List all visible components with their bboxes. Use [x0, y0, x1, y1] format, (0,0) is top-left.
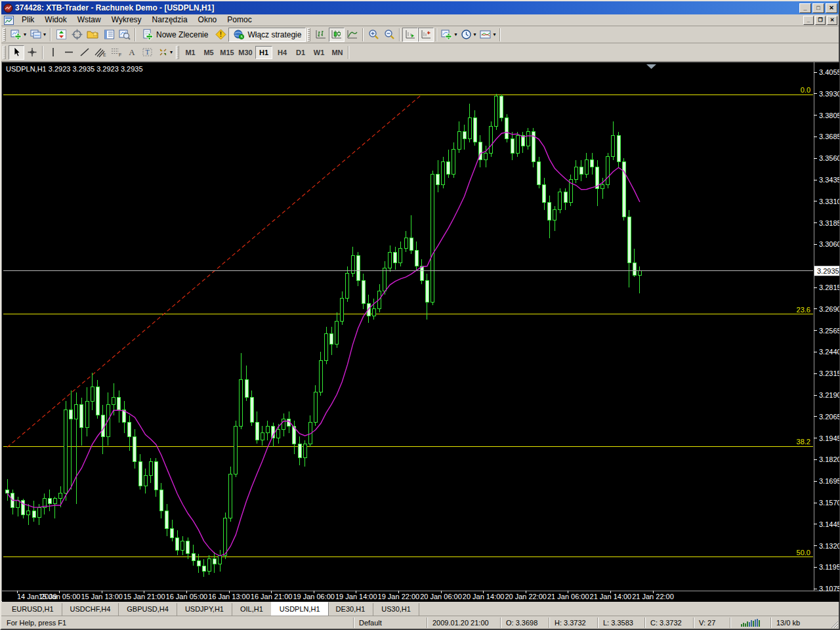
timeframe-button-m1[interactable]: M1	[182, 46, 199, 59]
strategy-tester-button[interactable]	[117, 28, 133, 42]
timeframe-button-m5[interactable]: M5	[200, 46, 217, 59]
price-axis-label: 3.1195	[819, 563, 839, 571]
periods-button[interactable]: ▾	[459, 28, 478, 42]
navigator-button[interactable]	[69, 28, 85, 42]
status-bar: For Help, press F1 Default 2009.01.20 21…	[1, 616, 839, 629]
time-axis-label: 21 Jan 22:00	[632, 593, 674, 600]
profiles-button[interactable]: ▾	[28, 28, 48, 42]
status-profile[interactable]: Default	[353, 618, 427, 628]
timeframe-button-m30[interactable]: M30	[237, 46, 254, 59]
chart-tab-us30-h1[interactable]: US30,H1	[373, 603, 419, 616]
bull-candle	[484, 153, 488, 160]
timeframe-button-h1[interactable]: H1	[255, 46, 272, 59]
timeframe-button-d1[interactable]: D1	[292, 46, 309, 59]
menu-item-widok[interactable]: Widok	[39, 14, 72, 26]
toolbar-grip[interactable]	[3, 28, 6, 41]
menu-item-wstaw[interactable]: Wstaw	[72, 14, 106, 26]
indicators-button[interactable]: ▾	[439, 28, 459, 42]
zoom-out-button[interactable]	[381, 28, 397, 42]
terminal-button[interactable]	[101, 28, 117, 42]
toolbar-grip[interactable]	[307, 28, 310, 41]
bear-candle	[171, 529, 174, 538]
bear-candle	[96, 387, 99, 415]
text-tool-button[interactable]: A	[124, 45, 140, 60]
trendline-tool-button[interactable]	[77, 45, 93, 60]
horizontal-line-tool-button[interactable]	[61, 45, 77, 60]
channel-tool-button[interactable]: E	[93, 45, 108, 60]
trendline-icon	[79, 47, 90, 58]
chart-tab-de30-h1[interactable]: DE30,H1	[328, 603, 374, 616]
candlestick-mode-button[interactable]	[329, 28, 345, 42]
timeframe-button-h4[interactable]: H4	[274, 46, 291, 59]
cursor-tool-button[interactable]	[9, 45, 24, 60]
warning-button[interactable]: !	[213, 28, 228, 42]
chart-shift-icon	[420, 29, 432, 40]
chart-tab-usdjpy-h1[interactable]: USDJPY,H1	[177, 603, 232, 616]
bull-candle	[341, 299, 344, 322]
history-center-button[interactable]	[85, 28, 101, 42]
bear-candle	[32, 511, 35, 517]
menu-item-narzędzia[interactable]: Narzędzia	[147, 14, 193, 26]
bear-candle	[255, 423, 259, 440]
bear-candle	[548, 203, 551, 220]
navigator-target-icon	[72, 29, 83, 40]
auto-scroll-button[interactable]	[402, 28, 418, 42]
chart-area[interactable]: 0.023.638.250.03.40553.39303.38053.36853…	[1, 62, 839, 601]
new-order-button[interactable]: Nowe Zlecenie	[138, 28, 213, 42]
resize-grip[interactable]	[828, 618, 839, 629]
new-chart-button[interactable]: ▾	[9, 28, 28, 42]
zoom-in-button[interactable]	[366, 28, 381, 42]
status-help: For Help, press F1	[1, 618, 353, 628]
timeframe-button-m15[interactable]: M15	[219, 46, 236, 59]
new-chart-icon	[10, 29, 22, 40]
bar-chart-mode-button[interactable]	[313, 28, 329, 42]
price-axis-label: 3.2565	[819, 327, 839, 335]
bear-candle	[176, 537, 179, 550]
price-axis-label: 3.1820	[819, 455, 839, 463]
bull-candle	[558, 192, 562, 210]
bull-candle	[37, 507, 41, 517]
title-bar[interactable]: 374428: XTB-Trader - Rachunek Demo - [US…	[1, 1, 839, 14]
chart-tab-eurusd-h1[interactable]: EURUSD,H1	[4, 603, 62, 616]
candlestick-chart[interactable]: 0.023.638.250.03.40553.39303.38053.36853…	[2, 62, 839, 602]
vertical-line-tool-button[interactable]	[45, 45, 61, 60]
child-restore-button[interactable]: ❐	[815, 16, 826, 25]
chart-tab-oil-h1[interactable]: OIL,H1	[232, 603, 272, 616]
bear-candle	[154, 461, 158, 490]
menu-item-wykresy[interactable]: Wykresy	[106, 14, 147, 26]
child-minimize-button[interactable]: _	[803, 16, 814, 25]
menu-item-okno[interactable]: Okno	[193, 14, 222, 26]
bear-candle	[505, 117, 509, 138]
timeframe-button-mn[interactable]: MN	[329, 46, 346, 59]
chart-shift-button[interactable]	[418, 28, 434, 42]
bull-candle	[606, 157, 610, 185]
chart-tab-usdchf-h4[interactable]: USDCHF,H4	[62, 603, 119, 616]
fibonacci-tool-button[interactable]: F	[108, 45, 124, 60]
chart-tab-usdpln-h1[interactable]: USDPLN,H1	[271, 602, 329, 616]
bull-candle	[303, 444, 306, 458]
market-watch-button[interactable]	[53, 28, 69, 42]
templates-button[interactable]: ▾	[478, 28, 497, 42]
maximize-button[interactable]: □	[812, 3, 824, 13]
enable-strategies-button[interactable]: Włącz strategie	[228, 28, 306, 42]
text-label-tool-button[interactable]: T	[140, 45, 156, 60]
arrows-tool-button[interactable]: ▾	[156, 45, 175, 60]
bear-candle	[633, 263, 636, 276]
bull-candle	[638, 271, 641, 276]
crosshair-tool-button[interactable]	[24, 45, 40, 60]
child-close-button[interactable]: ✕	[827, 16, 837, 25]
toolbar-separator	[42, 46, 43, 59]
svg-text:T: T	[145, 49, 149, 56]
price-axis-label: 3.3060	[819, 240, 839, 248]
toolbar-grip[interactable]	[176, 46, 179, 59]
toolbar-grip[interactable]	[3, 46, 6, 59]
menu-item-pomoc[interactable]: Pomoc	[222, 14, 257, 26]
toolbar-separator	[50, 28, 51, 41]
chart-tab-gbpusd-h4[interactable]: GBPUSD,H4	[119, 603, 177, 616]
time-axis-label: 15 Jan 21:00	[123, 593, 165, 600]
minimize-button[interactable]: _	[799, 3, 811, 13]
close-button[interactable]: ✕	[826, 3, 837, 13]
timeframe-button-w1[interactable]: W1	[310, 46, 327, 59]
line-chart-mode-button[interactable]	[345, 28, 360, 42]
menu-item-plik[interactable]: Plik	[16, 14, 39, 26]
